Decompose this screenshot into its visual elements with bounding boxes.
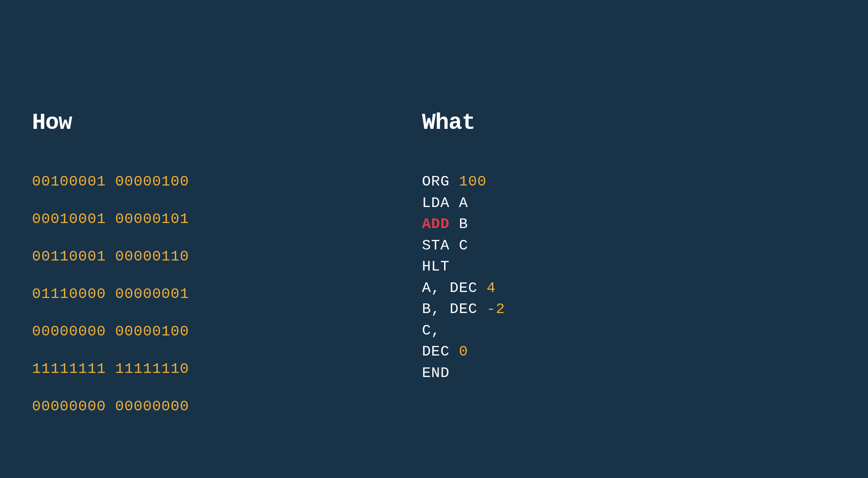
assembly-line: ADD B <box>422 216 836 233</box>
asm-token: HLT <box>422 258 450 275</box>
assembly-line: STA C <box>422 237 836 254</box>
binary-line: 00100001 00000100 <box>32 173 422 190</box>
asm-token: 4 <box>487 280 496 297</box>
asm-token: ORG <box>422 173 459 190</box>
asm-token: DEC <box>440 301 487 318</box>
binary-line: 01110000 00000001 <box>32 286 422 303</box>
binary-line: 00010001 00000101 <box>32 211 422 228</box>
asm-token: -2 <box>487 301 505 318</box>
asm-token: B <box>422 301 431 318</box>
asm-token: B <box>450 216 468 233</box>
assembly-line: HLT <box>422 258 836 275</box>
binary-line: 00110001 00000110 <box>32 248 422 265</box>
asm-token: , <box>431 301 440 318</box>
how-column: How 00100001 0000010000010001 0000010100… <box>32 110 422 415</box>
binary-line: 00000000 00000100 <box>32 323 422 340</box>
assembly-line: A, DEC 4 <box>422 280 836 297</box>
asm-token: DEC <box>440 280 487 297</box>
how-heading: How <box>32 110 422 136</box>
assembly-line: DEC 0 <box>422 343 836 360</box>
asm-token: STA C <box>422 237 468 254</box>
asm-token: C <box>422 322 431 339</box>
assembly-line: END <box>422 365 836 382</box>
binary-line: 11111111 11111110 <box>32 361 422 377</box>
assembly-line: LDA A <box>422 195 836 212</box>
assembly-line: B, DEC -2 <box>422 301 836 318</box>
slide-content: How 00100001 0000010000010001 0000010100… <box>0 0 868 415</box>
asm-token: DEC <box>422 343 459 360</box>
asm-token: END <box>422 365 450 382</box>
asm-token: 100 <box>459 173 487 190</box>
asm-token: 0 <box>459 343 468 360</box>
assembly-list: ORG 100LDA AADD BSTA CHLTA, DEC 4B, DEC … <box>422 173 836 382</box>
what-heading: What <box>422 110 836 136</box>
what-column: What ORG 100LDA AADD BSTA CHLTA, DEC 4B,… <box>422 110 836 415</box>
assembly-line: ORG 100 <box>422 173 836 190</box>
asm-token: LDA A <box>422 195 468 212</box>
asm-token: A <box>422 280 431 297</box>
asm-token: , <box>431 322 440 339</box>
asm-token: ADD <box>422 216 450 233</box>
binary-line: 00000000 00000000 <box>32 398 422 415</box>
asm-token: , <box>431 280 440 297</box>
assembly-line: C, <box>422 322 836 339</box>
binary-list: 00100001 0000010000010001 00000101001100… <box>32 173 422 415</box>
